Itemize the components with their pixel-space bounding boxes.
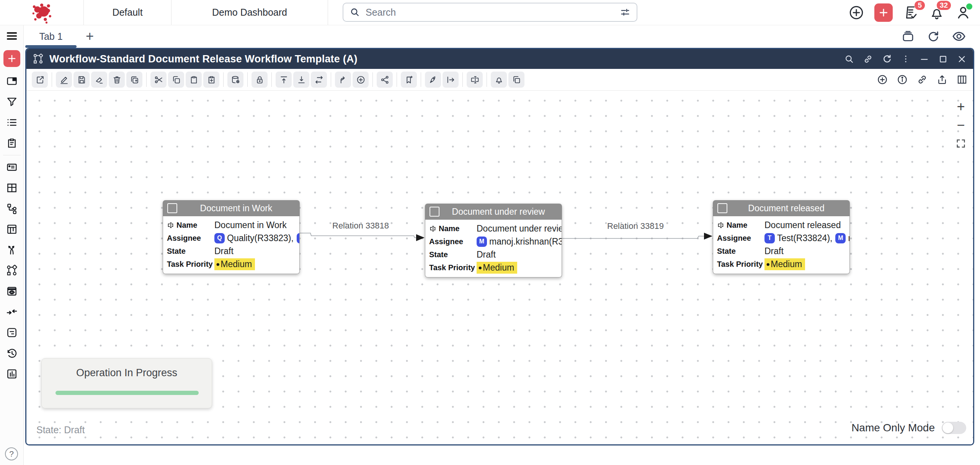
close-icon[interactable]	[957, 54, 967, 64]
filter-sliders-icon[interactable]	[620, 7, 630, 18]
info-icon[interactable]	[897, 74, 908, 85]
header-actions: 5 32	[848, 0, 972, 25]
node-checkbox[interactable]	[167, 203, 177, 213]
search-icon	[350, 7, 360, 18]
minimize-icon[interactable]	[919, 54, 929, 64]
node-title: Document released	[727, 203, 845, 214]
circle-plus-button[interactable]	[848, 5, 864, 21]
tab-1[interactable]: Tab 1	[25, 25, 77, 48]
notes-icon[interactable]	[5, 326, 18, 339]
window-titlebar[interactable]: Workflow-Standard Document Release Workf…	[26, 49, 973, 69]
menu-item-default[interactable]: Default	[84, 0, 172, 25]
zoom-out-button[interactable]: −	[954, 118, 968, 132]
node-field-name: Name Document released	[713, 219, 849, 232]
left-sidebar	[0, 25, 24, 465]
history-icon[interactable]	[5, 347, 18, 360]
save-button[interactable]	[74, 72, 90, 88]
open-external-button[interactable]	[32, 72, 48, 88]
quick-create-button[interactable]	[3, 50, 20, 67]
node-checkbox[interactable]	[430, 207, 439, 217]
swap-horizontal-button[interactable]	[311, 72, 327, 88]
node-field-state: State Draft	[163, 245, 299, 258]
branch-button[interactable]	[335, 72, 351, 88]
relation-label: Relation 33819	[607, 221, 664, 231]
step-into-button[interactable]	[443, 72, 459, 88]
priority-badge: ●Medium	[214, 258, 255, 270]
hamburger-menu-icon[interactable]	[5, 29, 18, 42]
merge-icon[interactable]	[5, 305, 18, 318]
link-icon[interactable]	[863, 54, 873, 64]
launch-button[interactable]	[425, 72, 441, 88]
refresh-icon[interactable]	[926, 29, 940, 43]
operation-progress-card: Operation In Progress	[41, 358, 212, 408]
bar-chart-icon[interactable]	[5, 367, 18, 380]
app-logo[interactable]	[0, 0, 84, 25]
workflow-node-document-released[interactable]: Document released Name Document released…	[713, 200, 850, 274]
menu-item-demo-dashboard[interactable]: Demo Dashboard	[172, 0, 328, 25]
delete-button[interactable]	[109, 72, 125, 88]
eye-icon[interactable]	[952, 29, 966, 44]
pages-button[interactable]	[508, 72, 524, 88]
cut-button[interactable]	[150, 72, 167, 88]
workflow-canvas[interactable]: Relation 33818 Relation 33819 Document i…	[26, 91, 973, 445]
window-icon[interactable]	[5, 75, 18, 88]
lock-button[interactable]	[252, 72, 268, 88]
rename-button[interactable]	[467, 72, 483, 88]
card-list-icon[interactable]	[5, 161, 18, 174]
add-circle-icon[interactable]	[877, 74, 888, 85]
maximize-icon[interactable]	[938, 54, 948, 64]
export-icon[interactable]	[936, 74, 948, 85]
clipboard-icon[interactable]	[5, 137, 18, 150]
eraser-button[interactable]	[91, 72, 107, 88]
workflow-icon[interactable]	[5, 264, 18, 277]
name-only-mode-label: Name Only Mode	[851, 422, 935, 434]
zoom-in-button[interactable]: +	[954, 100, 968, 114]
workflow-node-document-in-work[interactable]: Document in Work Name Document in Work A…	[163, 200, 300, 274]
node-checkbox[interactable]	[717, 203, 727, 213]
link-icon[interactable]	[916, 74, 928, 85]
add-tab-button[interactable]: +	[86, 29, 94, 43]
align-bottom-button[interactable]	[293, 72, 309, 88]
kanban-icon[interactable]	[5, 223, 18, 236]
branch-icon[interactable]	[5, 243, 18, 256]
titlebar-actions	[844, 54, 967, 64]
help-button[interactable]: ?	[5, 447, 18, 460]
notifications-button[interactable]: 32	[929, 5, 945, 21]
rename-icon	[717, 222, 724, 229]
share-button[interactable]	[377, 72, 393, 88]
add-circle-button[interactable]	[353, 72, 369, 88]
quick-add-button[interactable]	[874, 3, 893, 22]
edit-button[interactable]	[56, 72, 72, 88]
node-body: Name Document in Work Assignee QQuality(…	[163, 216, 300, 274]
workflow-node-document-under-review[interactable]: Document under review Name Document unde…	[425, 204, 562, 277]
node-field-name: Name Document in Work	[163, 219, 299, 232]
filter-icon[interactable]	[5, 95, 18, 108]
notification-button[interactable]	[491, 72, 507, 88]
refresh-icon[interactable]	[882, 54, 892, 64]
name-only-mode-toggle[interactable]	[942, 422, 966, 434]
database-settings-button[interactable]	[227, 72, 243, 88]
tasks-button[interactable]: 5	[903, 5, 919, 21]
name-only-mode-row: Name Only Mode	[851, 422, 966, 434]
copy-button[interactable]	[168, 72, 184, 88]
bookmark-add-button[interactable]	[401, 72, 417, 88]
preview-icon[interactable]	[5, 285, 18, 298]
table-icon[interactable]	[5, 181, 18, 194]
global-search[interactable]	[343, 3, 637, 22]
user-menu-button[interactable]	[955, 4, 972, 21]
align-top-button[interactable]	[276, 72, 292, 88]
assignee-avatar: Q	[214, 233, 225, 243]
node-title: Document in Work	[177, 203, 295, 214]
list-icon[interactable]	[5, 116, 18, 129]
hierarchy-icon[interactable]	[5, 202, 18, 215]
kebab-menu-icon[interactable]	[901, 54, 911, 64]
duplicate-add-button[interactable]	[126, 72, 142, 88]
archive-icon[interactable]	[901, 29, 915, 43]
columns-icon[interactable]	[956, 74, 968, 85]
paste-add-button[interactable]	[203, 72, 219, 88]
plus-icon	[879, 8, 889, 18]
paste-button[interactable]	[186, 72, 202, 88]
search-input[interactable]	[365, 7, 615, 18]
search-icon[interactable]	[844, 54, 854, 64]
fit-screen-button[interactable]	[954, 137, 968, 150]
